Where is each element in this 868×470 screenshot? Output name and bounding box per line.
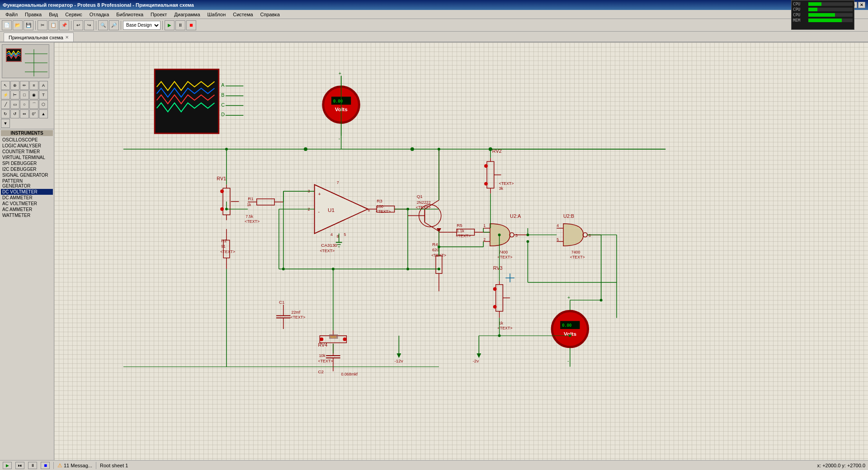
text-tool[interactable]: T	[39, 90, 48, 99]
component-tool[interactable]: ⊕	[10, 81, 19, 90]
pause-button[interactable]: ⏸	[28, 462, 37, 469]
menu-edit[interactable]: Правка	[21, 11, 45, 18]
zoom-in-button[interactable]: 🔍	[98, 20, 108, 30]
stop-button[interactable]: ⏹	[41, 462, 50, 469]
svg-marker-195	[476, 353, 481, 358]
schematic-area[interactable]: A B C D 0.00 Volts + -	[54, 42, 868, 460]
instrument-spi[interactable]: SPI DEBUGGER	[1, 160, 53, 166]
svg-text:0.00: 0.00	[562, 323, 571, 328]
status-messages: 11 Messag...	[64, 463, 92, 468]
svg-text:-: -	[339, 136, 340, 141]
svg-text:4: 4	[330, 232, 333, 237]
svg-text:U2:A: U2:A	[510, 213, 521, 219]
power-tool[interactable]: ⚡	[1, 90, 10, 99]
status-warning: ⚠ 11 Messag...	[57, 462, 92, 469]
instrument-acvolt[interactable]: AC VOLTMETER	[1, 201, 53, 207]
cpu3-bar	[808, 13, 835, 17]
titlebar: Функциональный генератор - Proteus 8 Pro…	[0, 0, 868, 10]
move-down-tool[interactable]: ▼	[1, 119, 10, 128]
svg-text:-12v: -12v	[395, 358, 403, 363]
rotate-cw-tool[interactable]: ↻	[1, 109, 10, 118]
menu-project[interactable]: Проект	[147, 11, 170, 18]
svg-text:10k: 10k	[319, 353, 326, 358]
menu-view[interactable]: Вид	[45, 11, 61, 18]
rotate-ccw-tool[interactable]: ↺	[10, 109, 19, 118]
angle-tool[interactable]: 0°	[29, 109, 38, 118]
menu-system[interactable]: Система	[229, 11, 256, 18]
redo-button[interactable]: ↪	[84, 20, 94, 30]
wire-tool[interactable]: ✏	[20, 81, 29, 90]
stop-button[interactable]: ⏹	[186, 20, 196, 30]
instrument-watt[interactable]: WATTMETER	[1, 212, 53, 218]
svg-text:22mf: 22mf	[292, 310, 301, 315]
close-button[interactable]: ✕	[858, 2, 865, 8]
schematic-tab[interactable]: Принципиальная схема ✕	[4, 33, 74, 42]
svg-text:RV3: RV3	[493, 265, 503, 271]
poly-tool[interactable]: ⬡	[39, 100, 48, 109]
run-button[interactable]: ▶	[165, 20, 175, 30]
svg-text:<TEXT>: <TEXT>	[291, 315, 306, 320]
instrument-terminal[interactable]: VIRTUAL TERMINAL	[1, 155, 53, 160]
mirror-tool[interactable]: ⇔	[20, 109, 29, 118]
label-tool[interactable]: A	[39, 81, 48, 90]
paste-button[interactable]: 📌	[59, 20, 69, 30]
new-button[interactable]: 📄	[2, 20, 12, 30]
port-tool[interactable]: □	[20, 90, 29, 99]
undo-button[interactable]: ↩	[73, 20, 83, 30]
tab-close[interactable]: ✕	[65, 35, 69, 40]
step-button[interactable]: ⏭	[15, 462, 24, 469]
line-tool[interactable]: ╱	[1, 100, 10, 109]
bus-tool[interactable]: ≡	[29, 81, 38, 90]
svg-text:<TEXT>: <TEXT>	[318, 359, 333, 363]
svg-point-162	[320, 338, 323, 341]
select-tool[interactable]: ↖	[1, 81, 10, 90]
instrument-logic[interactable]: LOGIC ANALYSER	[1, 143, 53, 149]
separator3	[96, 21, 96, 30]
separator1	[35, 21, 36, 30]
open-button[interactable]: 📂	[13, 20, 23, 30]
instrument-oscilloscope[interactable]: OSCILLOSCOPE	[1, 137, 53, 143]
rect-tool[interactable]: ▭	[10, 100, 19, 109]
menu-help[interactable]: Справка	[257, 11, 283, 18]
marker-tool[interactable]: ◉	[29, 90, 38, 99]
menu-file[interactable]: Файл	[2, 11, 21, 18]
copy-button[interactable]: 📋	[48, 20, 58, 30]
svg-point-150	[526, 240, 529, 243]
design-select[interactable]: Base Design	[123, 21, 160, 30]
instrument-i2c[interactable]: I2C DEBUGGER	[1, 166, 53, 172]
terminal-tool[interactable]: ⊢	[10, 90, 19, 99]
mem-bar	[808, 19, 842, 22]
toolbar: 📄 📂 💾 ✂ 📋 📌 ↩ ↪ 🔍 🔎 Base Design ▶ ⏸ ⏹	[0, 19, 868, 32]
move-up-tool[interactable]: ▲	[39, 109, 48, 118]
menu-diagram[interactable]: Диаграмма	[170, 11, 203, 18]
svg-text:<TEXT>: <TEXT>	[245, 219, 259, 224]
instrument-acamm[interactable]: AC AMMETER	[1, 207, 53, 212]
pause-button[interactable]: ⏸	[175, 20, 185, 30]
svg-point-118	[493, 287, 497, 291]
cut-button[interactable]: ✂	[38, 20, 47, 30]
circle-tool[interactable]: ○	[20, 100, 29, 109]
svg-text:+: +	[339, 70, 341, 76]
statusbar: ▶ ⏭ ⏸ ⏹ ⚠ 11 Messag... Root sheet 1 x: +…	[0, 460, 868, 470]
instrument-dcvolt[interactable]: DC VOLTMETER	[1, 189, 53, 195]
save-button[interactable]: 💾	[24, 20, 33, 30]
menu-debug[interactable]: Отладка	[86, 11, 113, 18]
instrument-dcamm[interactable]: DC AMMETER	[1, 195, 53, 201]
play-button[interactable]: ▶	[3, 462, 12, 469]
svg-text:-: -	[318, 209, 320, 214]
zoom-out-button[interactable]: 🔎	[109, 20, 119, 30]
arc-tool[interactable]: ⌒	[29, 100, 38, 109]
svg-rect-8	[156, 70, 218, 133]
menu-library[interactable]: Библиотека	[113, 11, 147, 18]
svg-text:7: 7	[337, 180, 339, 185]
svg-text:7400: 7400	[499, 250, 508, 254]
svg-text:100: 100	[377, 204, 383, 209]
instrument-signal[interactable]: SIGNAL GENERATOR	[1, 172, 53, 178]
instrument-pattern[interactable]: PATTERN GENERATOR	[1, 178, 53, 189]
svg-point-220	[569, 334, 571, 337]
menu-template[interactable]: Шаблон	[204, 11, 230, 18]
instrument-counter[interactable]: COUNTER TIMER	[1, 149, 53, 155]
tab-label: Принципиальная схема	[9, 35, 63, 40]
mem-label: MEM	[793, 18, 807, 23]
menu-service[interactable]: Сервис	[61, 11, 86, 18]
